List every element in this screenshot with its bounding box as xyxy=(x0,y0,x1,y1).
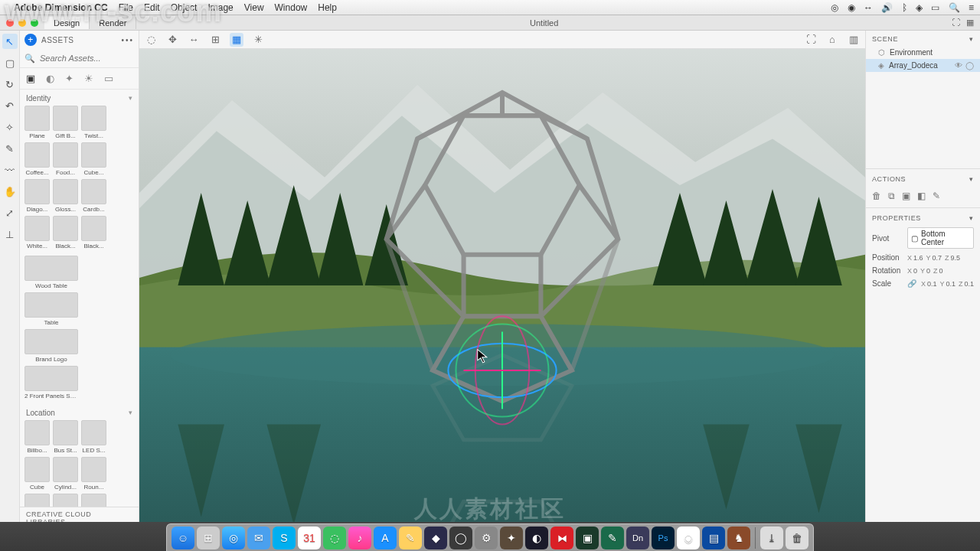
asset-item[interactable]: Table xyxy=(24,292,78,326)
dock-dn-icon[interactable]: Dn xyxy=(626,527,649,549)
menu-edit[interactable]: Edit xyxy=(144,2,160,13)
menu-image[interactable]: Image xyxy=(207,2,233,13)
lock-icon[interactable]: ◯ xyxy=(965,61,974,70)
asset-item[interactable]: Bricks xyxy=(53,494,78,507)
asset-item[interactable]: White... xyxy=(24,216,50,249)
section-location[interactable]: Location▾ xyxy=(20,404,139,419)
menu-file[interactable]: File xyxy=(119,2,133,13)
flip-icon[interactable]: ✎ xyxy=(933,191,940,201)
asset-item[interactable]: Gloss... xyxy=(53,179,78,213)
gizmo-snap-icon[interactable]: ▦ xyxy=(230,33,243,47)
crop-tool[interactable]: ▢ xyxy=(2,55,18,70)
menu-window[interactable]: Window xyxy=(275,2,308,13)
dock-app-icon[interactable]: ✎ xyxy=(601,527,624,549)
link-icon[interactable]: 🔗 xyxy=(907,279,916,288)
lasso-tool[interactable]: 〰 xyxy=(2,162,18,178)
asset-item[interactable]: Bus St... xyxy=(53,420,78,454)
search-input[interactable] xyxy=(38,51,139,66)
menu-help[interactable]: Help xyxy=(318,2,337,13)
dock-app-icon[interactable]: ◐ xyxy=(525,527,548,549)
dock-appstore-icon[interactable]: A xyxy=(374,527,397,549)
asset-item[interactable]: Cylind... xyxy=(53,457,78,491)
asset-item[interactable]: Cube... xyxy=(81,142,106,176)
tab-design[interactable]: Design xyxy=(44,17,90,29)
asset-item[interactable]: Roun... xyxy=(81,457,106,491)
asset-item[interactable]: LED S... xyxy=(81,420,106,454)
rotate-tool[interactable]: ↻ xyxy=(2,77,18,92)
camera-bookmark-icon[interactable]: ⛶ xyxy=(804,33,818,47)
asset-item[interactable]: Black... xyxy=(53,216,78,249)
asset-item[interactable]: Roun... xyxy=(24,494,50,507)
tray-battery-icon[interactable]: ▭ xyxy=(931,2,939,13)
tray-volume-icon[interactable]: 🔊 xyxy=(881,2,893,13)
dock-trash-icon[interactable]: 🗑 xyxy=(786,527,808,549)
filter-env-icon[interactable]: ☀ xyxy=(84,73,93,84)
align-icon[interactable]: ◧ xyxy=(917,191,926,201)
dock-app-icon[interactable]: ◯ xyxy=(449,527,472,549)
gizmo-scale-icon[interactable]: ↔ xyxy=(187,33,201,47)
dock-skype-icon[interactable]: S xyxy=(273,527,296,549)
menu-object[interactable]: Object xyxy=(171,2,198,13)
zoom-tool[interactable]: ⤢ xyxy=(2,205,18,220)
asset-item[interactable]: Brand Logo xyxy=(24,329,78,363)
viewport[interactable] xyxy=(139,49,865,522)
filter-lights-icon[interactable]: ✦ xyxy=(65,73,74,84)
pivot-select[interactable]: ▢Bottom Center xyxy=(907,227,974,249)
maximize-icon[interactable] xyxy=(31,19,38,27)
gizmo-light-icon[interactable]: ✳ xyxy=(251,33,265,47)
rotation-x[interactable]: X0 xyxy=(907,267,917,275)
close-icon[interactable] xyxy=(6,19,14,27)
dock-safari-icon[interactable]: ◎ xyxy=(222,527,245,549)
dock-downloads-icon[interactable]: ⤓ xyxy=(760,527,783,549)
viewport-icon[interactable]: ⛶ xyxy=(952,18,960,28)
asset-item[interactable]: Diago... xyxy=(24,179,50,213)
cc-libraries[interactable]: Creative Cloud Libraries xyxy=(20,507,139,522)
dock-mail-icon[interactable]: ✉ xyxy=(247,527,270,549)
duplicate-icon[interactable]: ⧉ xyxy=(888,191,895,201)
dock-cc-icon[interactable]: ⧓ xyxy=(550,527,573,549)
rotation-z[interactable]: Z0 xyxy=(933,267,943,275)
delete-icon[interactable]: 🗑 xyxy=(872,191,881,201)
dock-notes-icon[interactable]: ✎ xyxy=(399,527,422,549)
tray-menu-icon[interactable]: ≡ xyxy=(969,2,974,13)
eyedropper-tool[interactable]: ✎ xyxy=(2,141,18,156)
asset-item[interactable]: Plane xyxy=(24,106,50,139)
dock-ps-icon[interactable]: Ps xyxy=(652,527,675,549)
scale-x[interactable]: X0.1 xyxy=(921,280,937,288)
dock-chrome-icon[interactable]: ◉ xyxy=(677,527,700,549)
section-identity[interactable]: Identity▾ xyxy=(20,90,139,104)
dock-app-icon[interactable]: ▤ xyxy=(702,527,725,549)
dock-app-icon[interactable]: ♞ xyxy=(727,527,750,549)
menu-view[interactable]: View xyxy=(244,2,264,13)
filter-images-icon[interactable]: ▭ xyxy=(104,73,113,84)
asset-item[interactable]: Patter... xyxy=(81,494,106,507)
asset-item[interactable]: Cube xyxy=(24,457,50,491)
undo-tool[interactable]: ↶ xyxy=(2,98,18,113)
asset-item[interactable]: Billbo... xyxy=(24,420,50,454)
tray-wifi-icon[interactable]: ◈ xyxy=(916,2,923,13)
minimize-icon[interactable] xyxy=(18,19,26,27)
asset-item[interactable]: Black... xyxy=(81,216,106,249)
position-y[interactable]: Y0.7 xyxy=(926,254,942,262)
tray-icon[interactable]: ◉ xyxy=(848,2,855,13)
tray-search-icon[interactable]: 🔍 xyxy=(949,2,960,13)
asset-item[interactable]: 2 Front Panels So... xyxy=(24,366,78,399)
filter-materials-icon[interactable]: ◐ xyxy=(46,73,54,84)
dock-launchpad-icon[interactable]: ⊞ xyxy=(197,527,220,549)
dock-app-icon[interactable]: ▣ xyxy=(576,527,599,549)
rotation-y[interactable]: Y0 xyxy=(920,267,930,275)
scale-z[interactable]: Z0.1 xyxy=(959,280,974,288)
group-icon[interactable]: ▣ xyxy=(902,191,910,201)
menu-app-name[interactable]: Adobe Dimension CC xyxy=(14,2,108,13)
wand-tool[interactable]: ✧ xyxy=(2,119,18,135)
select-tool[interactable]: ↖ xyxy=(2,34,18,49)
visibility-icon[interactable]: 👁 xyxy=(955,61,962,70)
horizon-tool[interactable]: ⊥ xyxy=(2,227,18,242)
tray-icon[interactable]: ◎ xyxy=(831,2,838,13)
asset-item[interactable]: Cardb... xyxy=(81,179,106,213)
tray-icon[interactable]: ↔ xyxy=(864,2,873,13)
dock-calendar-icon[interactable]: 31 xyxy=(298,527,321,549)
assets-menu-icon[interactable]: ••• xyxy=(121,36,134,44)
asset-item[interactable]: Food... xyxy=(53,142,78,176)
asset-item[interactable]: Wood Table xyxy=(24,256,78,289)
